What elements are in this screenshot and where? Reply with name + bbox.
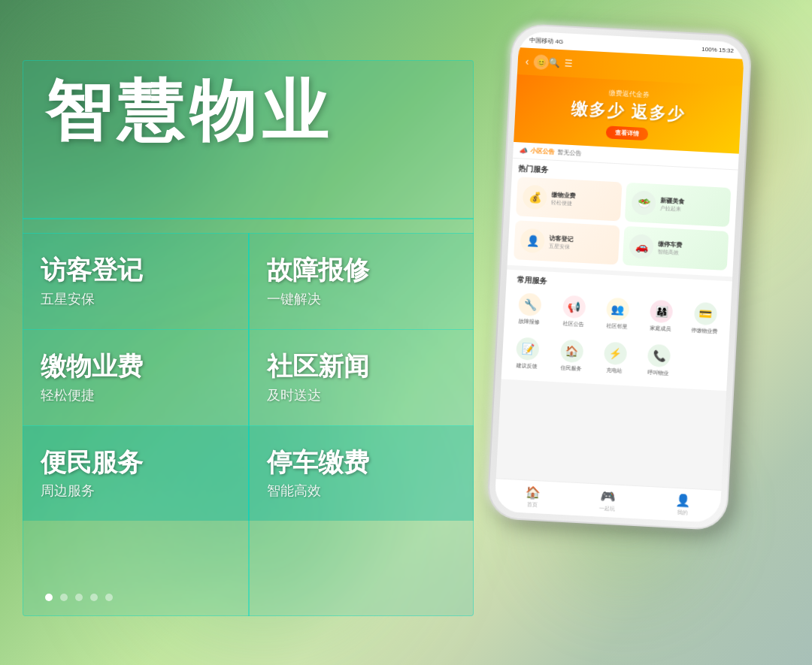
cell-sub-repair: 一键解决 — [267, 290, 456, 308]
service-notice-icon: 📢 — [562, 295, 586, 319]
common-services-section: 常用服务 🔧 故障报修 📢 社区公告 👥 社区邻里 — [501, 270, 732, 391]
hot-service-parking-text: 缴停车费 智能高效 — [658, 240, 683, 257]
cell-sub-service: 周边服务 — [41, 482, 230, 500]
phone-bottom-nav: 🏠 首页 🎮 一起玩 👤 我的 — [494, 478, 721, 523]
grid-cell-fee[interactable]: 缴物业费 轻松便捷 — [23, 330, 249, 425]
service-repair[interactable]: 🔧 故障报修 — [508, 288, 551, 331]
service-call[interactable]: 📞 呼叫物业 — [638, 339, 680, 382]
cell-sub-visitor: 五星安保 — [41, 290, 230, 308]
grid-cell-news[interactable]: 社区新闻 及时送达 — [249, 330, 474, 425]
nav-avatar-icon: 😊 — [536, 58, 546, 67]
cell-sub-news: 及时送达 — [267, 386, 456, 404]
cell-title-fee: 缴物业费 — [41, 351, 230, 382]
hot-service-fee-icon: 💰 — [523, 185, 548, 210]
phone-screen: 中国移动 4G 100% 15:32 ‹ 😊 🔍 ☰ 缴费返代金 — [494, 31, 744, 523]
hot-service-fee[interactable]: 💰 缴物业费 轻松便捷 — [516, 177, 623, 221]
cell-sub-parking: 智能高效 — [267, 482, 456, 500]
dot-4[interactable] — [90, 594, 98, 601]
service-charging[interactable]: ⚡ 充电站 — [594, 337, 637, 380]
main-title: 智慧物业 — [45, 75, 451, 148]
notice-label: 小区公告 — [530, 147, 555, 156]
service-pay-fee[interactable]: 💳 停缴物业费 — [683, 297, 726, 340]
nav-icons: 🔍 ☰ — [548, 57, 573, 69]
cell-title-news: 社区新闻 — [267, 351, 456, 382]
service-community-icon: 👥 — [606, 298, 630, 322]
banner-main-text: 缴多少 返多少 — [571, 97, 686, 125]
bottom-nav-play-icon: 🎮 — [600, 489, 616, 504]
pagination-dots — [45, 594, 113, 601]
service-pay-fee-icon: 💳 — [694, 302, 718, 326]
nav-back-icon[interactable]: ‹ — [525, 56, 529, 68]
hot-service-parking[interactable]: 🚗 缴停车费 智能高效 — [623, 226, 729, 271]
dot-5[interactable] — [105, 594, 113, 601]
notice-text: 暂无公告 — [557, 148, 582, 158]
grid-row-1: 访客登记 五星安保 故障报修 一键解决 — [23, 233, 474, 329]
bottom-nav-home-icon: 🏠 — [525, 485, 541, 500]
service-family-icon: 👨‍👩‍👧 — [650, 300, 674, 324]
phone-outer: 中国移动 4G 100% 15:32 ‹ 😊 🔍 ☰ 缴费返代金 — [486, 23, 753, 531]
cell-title-service: 便民服务 — [41, 447, 230, 478]
cell-title-parking: 停车缴费 — [267, 447, 456, 478]
dot-3[interactable] — [75, 594, 83, 601]
dot-1[interactable] — [45, 594, 53, 601]
status-carrier: 中国移动 4G — [529, 35, 563, 45]
grid-cell-repair[interactable]: 故障报修 一键解决 — [249, 234, 474, 329]
dot-2[interactable] — [60, 594, 68, 601]
service-community[interactable]: 👥 社区邻里 — [596, 292, 639, 336]
bottom-nav-profile[interactable]: 👤 我的 — [675, 493, 692, 517]
hot-service-visitor-text: 访客登记 五星安保 — [549, 234, 574, 251]
hot-service-food-icon: 🥗 — [631, 190, 656, 216]
phone-inner: 中国移动 4G 100% 15:32 ‹ 😊 🔍 ☰ 缴费返代金 — [494, 31, 744, 523]
service-family[interactable]: 👨‍👩‍👧 家庭成员 — [640, 295, 683, 338]
deco-line-horizontal — [23, 218, 474, 219]
banner-subtitle: 缴费返代金券 — [608, 88, 650, 100]
grid-cell-parking[interactable]: 停车缴费 智能高效 — [249, 426, 474, 521]
bottom-nav-home[interactable]: 🏠 首页 — [525, 485, 541, 509]
hot-service-visitor-icon: 👤 — [520, 228, 546, 254]
nav-search-icon[interactable]: 🔍 — [548, 57, 560, 68]
cell-title-repair: 故障报修 — [267, 255, 456, 286]
title-area: 智慧物业 — [45, 75, 451, 148]
bottom-nav-profile-icon: 👤 — [675, 493, 691, 508]
hot-service-parking-icon: 🚗 — [629, 234, 654, 259]
app-banner[interactable]: 缴费返代金券 缴多少 返多少 查看详情 — [514, 74, 742, 154]
service-call-icon: 📞 — [647, 344, 671, 368]
bottom-nav-play[interactable]: 🎮 一起玩 — [599, 489, 617, 513]
hot-service-fee-text: 缴物业费 轻松便捷 — [551, 190, 576, 207]
feature-grid: 访客登记 五星安保 故障报修 一键解决 缴物业费 轻松便捷 社区新闻 及时送达 … — [23, 233, 474, 521]
service-resident[interactable]: 🏠 住民服务 — [550, 334, 592, 378]
grid-row-2: 缴物业费 轻松便捷 社区新闻 及时送达 — [23, 329, 474, 425]
service-notice[interactable]: 📢 社区公告 — [552, 290, 595, 334]
phone-mockup: 中国移动 4G 100% 15:32 ‹ 😊 🔍 ☰ 缴费返代金 — [480, 23, 798, 646]
hot-services-grid: 💰 缴物业费 轻松便捷 🥗 新疆美食 户拉起来 — [508, 177, 738, 277]
service-feedback[interactable]: 📝 建议反馈 — [506, 332, 549, 376]
grid-row-3: 便民服务 周边服务 停车缴费 智能高效 — [23, 425, 474, 521]
cell-sub-fee: 轻松便捷 — [41, 386, 230, 404]
service-repair-icon: 🔧 — [518, 293, 542, 317]
cell-title-visitor: 访客登记 — [41, 255, 230, 286]
hot-service-visitor[interactable]: 👤 访客登记 五星安保 — [514, 220, 620, 264]
service-resident-icon: 🏠 — [560, 340, 584, 364]
banner-button[interactable]: 查看详情 — [606, 125, 649, 141]
grid-cell-visitor[interactable]: 访客登记 五星安保 — [23, 234, 249, 329]
hot-service-food-text: 新疆美食 户拉起来 — [660, 196, 685, 213]
services-grid: 🔧 故障报修 📢 社区公告 👥 社区邻里 👨‍👩‍👧 — [506, 288, 727, 385]
nav-menu-icon[interactable]: ☰ — [564, 58, 573, 69]
grid-cell-service[interactable]: 便民服务 周边服务 — [23, 426, 249, 521]
service-charging-icon: ⚡ — [604, 342, 628, 366]
notice-icon: 📣 — [519, 147, 528, 155]
hot-service-food[interactable]: 🥗 新疆美食 户拉起来 — [625, 183, 732, 227]
status-time: 100% 15:32 — [701, 45, 734, 53]
service-feedback-icon: 📝 — [516, 337, 540, 361]
